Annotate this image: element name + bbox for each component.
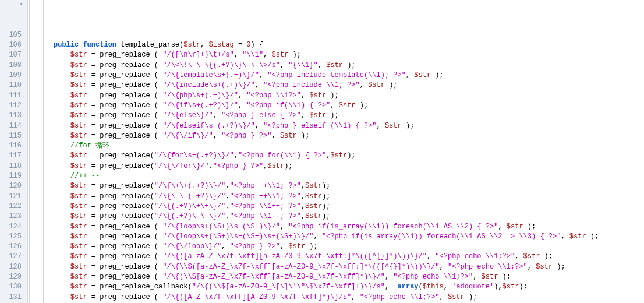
token-var: $str bbox=[70, 263, 87, 271]
token-pn: , bbox=[561, 232, 569, 241]
token-id: preg_replace bbox=[100, 182, 150, 190]
token-var: $str bbox=[70, 51, 87, 59]
token-var: $str bbox=[70, 122, 87, 130]
token-pn: ); bbox=[356, 101, 369, 110]
line-number: 131 bbox=[0, 293, 22, 302]
token-id: preg_replace bbox=[100, 81, 150, 89]
token-str: "<?php echo \\1;?>" bbox=[448, 263, 528, 271]
token-id: preg_replace bbox=[100, 51, 150, 59]
token-var: $str bbox=[330, 152, 347, 160]
code-line[interactable]: $str = preg_replace ( "/\{\/if\}/", "<?p… bbox=[31, 131, 644, 141]
code-line[interactable]: $str = preg_replace("/\{\+\+(.+?)\}/","<… bbox=[31, 181, 644, 191]
token-var: $str bbox=[305, 182, 322, 190]
token-pn: = bbox=[87, 152, 100, 160]
token-id: preg_replace bbox=[100, 71, 150, 79]
code-line[interactable]: $str = preg_replace("/\{for\s+(.+?)\}/",… bbox=[31, 151, 644, 161]
token-pn: ( bbox=[150, 71, 163, 79]
token-var: $str bbox=[183, 41, 200, 49]
token-pn: ( bbox=[150, 293, 163, 301]
token-pn: ( bbox=[150, 232, 163, 241]
token-var: $str bbox=[326, 61, 343, 69]
token-var: $str bbox=[70, 202, 87, 210]
token-str: "<?php } ?>" bbox=[213, 162, 263, 170]
token-str: "/\<\!\-\-\{(.+?)\}\-\-\>/s" bbox=[162, 61, 280, 69]
code-line[interactable]: $str = preg_replace ( "/\{loop\s+(\S+)\s… bbox=[31, 232, 644, 242]
code-line[interactable]: $str = preg_replace ( "/\{elseif\s+(.+?)… bbox=[31, 121, 644, 131]
token-var: $str bbox=[368, 81, 385, 89]
fold-arrow-icon[interactable]: ▾ bbox=[20, 0, 23, 10]
token-var: $str bbox=[523, 252, 540, 260]
token-var: $str bbox=[70, 293, 87, 301]
token-pn: , bbox=[515, 252, 523, 260]
token-str: "<?php if(\\1) { ?>" bbox=[246, 101, 330, 110]
line-number: 128 bbox=[0, 262, 22, 272]
token-var: $str bbox=[309, 91, 326, 100]
code-line[interactable]: $str = preg_replace ( "/\{template\s+(.+… bbox=[31, 71, 644, 80]
token-id: preg_replace bbox=[100, 162, 150, 170]
token-var: $str bbox=[70, 162, 87, 170]
token-str: "/\{\/loop\}/" bbox=[162, 242, 221, 251]
token-id: preg_replace bbox=[100, 202, 150, 210]
token-str: "<?php include \\1; ?>" bbox=[263, 81, 360, 89]
code-line[interactable]: $str = preg_replace("/\{(.+?)\+\+\}/","<… bbox=[31, 202, 644, 212]
code-line[interactable]: $str = preg_replace("/\{\/for\}/","<?php… bbox=[31, 161, 644, 171]
code-area[interactable]: public function template_parse($str, $is… bbox=[28, 0, 644, 303]
token-str: "/\{\\$([a-zA-Z_\x7f-\xff][a-zA-Z0-9_\x7… bbox=[162, 263, 439, 271]
token-cm: //++ -- bbox=[70, 172, 100, 180]
code-line[interactable]: $str = preg_replace ( "/\{php\s+(.+)\}/"… bbox=[31, 91, 644, 101]
token-pn: = bbox=[87, 223, 100, 231]
token-var: $str bbox=[448, 293, 465, 301]
token-pn: , bbox=[280, 61, 288, 69]
token-str: "/\{(.+?)\-\-\}/" bbox=[154, 212, 225, 220]
token-pn: , bbox=[234, 152, 238, 160]
token-str: "/\{(\\$[a-zA-Z0-9_\[\]\'\"\$\x7f-\xff]+… bbox=[192, 283, 385, 291]
token-var: $str bbox=[70, 182, 87, 190]
code-line[interactable]: $str = preg_replace ( "/\{([a-zA-Z_\x7f-… bbox=[31, 252, 644, 262]
token-str: "<?php \\1++; ?>" bbox=[229, 202, 300, 210]
token-var: $str bbox=[288, 242, 305, 251]
code-line[interactable]: $str = preg_replace ( "/\{else\}/", "<?p… bbox=[31, 111, 644, 121]
token-str: "<?php \\1?>" bbox=[246, 91, 301, 100]
token-pn: , bbox=[351, 293, 359, 301]
code-line[interactable]: $str = preg_replace("/\{\-\-(.+?)\}/","<… bbox=[31, 192, 644, 202]
token-var: $str bbox=[70, 283, 87, 291]
token-str: "/\{for\s+(.+?)\}/" bbox=[154, 152, 234, 160]
code-line[interactable]: $str = preg_replace ( "/\{include\s+(.+)… bbox=[31, 80, 644, 90]
token-pn: = bbox=[87, 192, 100, 200]
token-id: preg_replace bbox=[100, 212, 150, 220]
token-var: $str bbox=[569, 232, 586, 241]
code-line[interactable]: $str = preg_replace ( "/\{loop\s+(\S+)\s… bbox=[31, 222, 644, 232]
token-var: $str bbox=[339, 101, 356, 110]
code-line[interactable]: $str = preg_replace ( "/\{([A-Z_\x7f-\xf… bbox=[31, 293, 644, 302]
code-line[interactable]: $str = preg_replace ( "/\<\!\-\-\{(.+?)\… bbox=[31, 61, 644, 71]
code-line[interactable]: $str = preg_replace("/\{(.+?)\-\-\}/","<… bbox=[31, 212, 644, 221]
token-pn: , bbox=[427, 252, 435, 260]
token-var: $str bbox=[482, 273, 498, 281]
token-pn: = bbox=[87, 101, 100, 110]
token-pn: ); bbox=[322, 202, 330, 210]
code-line[interactable]: $str = preg_replace ( "/\{if\s+(.+?)\}/"… bbox=[31, 101, 644, 111]
token-id: template_parse bbox=[121, 41, 179, 49]
code-line[interactable]: $str = preg_replace_callback("/\{(\\$[a-… bbox=[31, 282, 644, 292]
code-line[interactable]: $str = preg_replace ( "/\{\\$([a-zA-Z_\x… bbox=[31, 262, 644, 272]
code-line[interactable]: //++ -- bbox=[31, 171, 644, 181]
line-number: 125 bbox=[0, 232, 22, 242]
token-var: $str bbox=[503, 283, 519, 291]
token-str: "/\{if\s+(.+?)\}/" bbox=[162, 101, 238, 110]
token-str: "<?php ++\\1; ?>" bbox=[229, 182, 300, 190]
token-str: "/\{\+\+(.+?)\}/" bbox=[154, 182, 225, 190]
token-pn: ); bbox=[343, 61, 356, 69]
fold-guide-2 bbox=[43, 0, 44, 303]
token-pn: ( bbox=[150, 61, 163, 69]
code-editor[interactable]: ▾ 10510610710810911011111211311411511611… bbox=[0, 0, 644, 303]
code-line[interactable]: $str = preg_replace ( "/\{\/loop\}/", "<… bbox=[31, 242, 644, 252]
code-line[interactable]: //for 循环 bbox=[31, 141, 644, 151]
token-pn: ); bbox=[465, 293, 477, 301]
token-id: preg_replace bbox=[100, 192, 150, 200]
line-number: 127 bbox=[0, 252, 22, 262]
code-line[interactable]: $str = preg_replace ( "/([\n\r]+)\t+/s",… bbox=[31, 50, 644, 60]
token-pn: = bbox=[87, 263, 100, 271]
code-line[interactable]: $str = preg_replace ( "/\{(\\$[a-zA-Z_\x… bbox=[31, 272, 644, 282]
code-line[interactable]: public function template_parse($str, $is… bbox=[31, 40, 644, 50]
token-pn: , bbox=[528, 263, 536, 271]
